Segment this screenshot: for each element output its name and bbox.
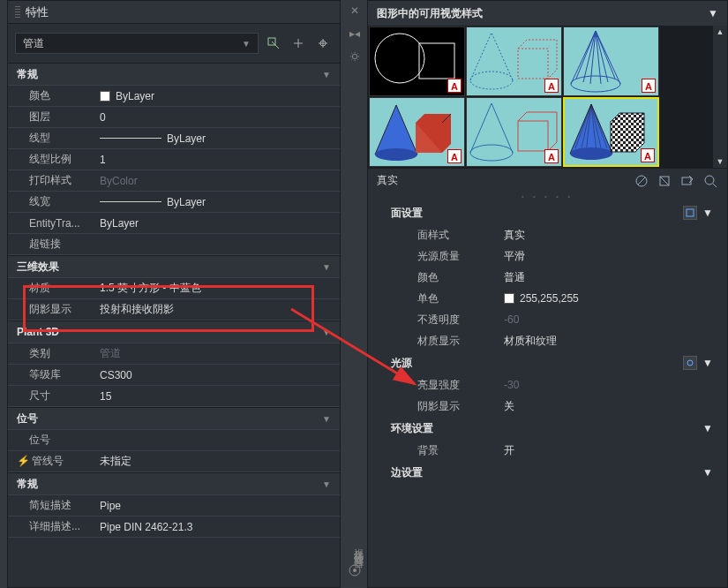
prop-row-spec[interactable]: 等级库 CS300	[8, 365, 340, 386]
thumbnail-scrollbar[interactable]: ▲ ▼	[713, 26, 727, 168]
prop-row-lineweight[interactable]: 线宽 ByLayer	[8, 192, 340, 213]
svg-point-12	[470, 145, 513, 161]
visual-style-thumb[interactable]: A	[369, 97, 465, 167]
line-sample	[100, 138, 161, 139]
chevron-down-icon: ▼	[702, 466, 713, 479]
section-3d-effects[interactable]: 三维效果 ▼	[8, 255, 340, 278]
pick-icon[interactable]	[313, 34, 333, 53]
section-environment[interactable]: 环境设置 ▼	[380, 417, 724, 440]
section-tag[interactable]: 位号 ▼	[8, 407, 340, 430]
section-light[interactable]: 光源 ▼	[380, 351, 724, 374]
color-swatch	[504, 293, 514, 304]
svg-point-18	[570, 147, 612, 160]
prop-row-background[interactable]: 背景 开	[380, 440, 724, 461]
style-name-row: 真实	[368, 168, 727, 192]
chevron-down-icon: ▼	[702, 422, 713, 434]
svg-point-10	[375, 148, 417, 161]
prop-row-material[interactable]: 材质 1.5 英寸方形 - 中蓝色	[8, 278, 340, 299]
properties-panel: 特性 管道 ▼ 常规 ▼ 颜色 ByLayer 图层 0 线型 ByLayer …	[7, 0, 341, 588]
chevron-down-icon: ▼	[322, 262, 331, 272]
prop-row-mono[interactable]: 单色 255,255,255	[380, 288, 724, 309]
new-style-icon[interactable]	[634, 173, 649, 189]
export-style-icon[interactable]	[679, 173, 695, 189]
prop-row-linetype[interactable]: 线型 ByLayer	[8, 128, 340, 149]
chevron-down-icon: ▼	[322, 328, 331, 337]
chevron-down-icon: ▼	[702, 207, 713, 219]
section-plant3d[interactable]: Plant 3D ▼	[8, 320, 340, 343]
separator: • • • • •	[368, 192, 727, 201]
autodesk-badge-icon: A	[642, 79, 656, 93]
svg-point-5	[375, 34, 424, 83]
prop-row-highlight-intensity[interactable]: 亮显强度 -30	[380, 374, 724, 396]
delete-style-icon[interactable]	[702, 173, 718, 189]
prop-row-face-style[interactable]: 面样式 真实	[380, 224, 724, 245]
collapse-icon[interactable]: ▸◂	[348, 26, 362, 41]
chevron-down-icon: ▼	[322, 414, 331, 424]
prop-row-lineno[interactable]: ⚡管线号 未指定	[8, 451, 340, 472]
visual-style-thumb[interactable]: A	[563, 26, 659, 96]
svg-point-25	[687, 360, 693, 366]
visual-style-thumb[interactable]: A	[466, 97, 562, 167]
prop-row-plotstyle[interactable]: 打印样式 ByColor	[8, 170, 340, 192]
color-swatch	[100, 91, 110, 102]
svg-point-4	[353, 569, 356, 572]
prop-row-face-color[interactable]: 颜色 普通	[380, 267, 724, 288]
light-settings-icon[interactable]	[683, 356, 697, 370]
panel-title-bar[interactable]: 特性	[8, 1, 340, 24]
svg-point-7	[470, 72, 513, 89]
svg-rect-24	[687, 209, 694, 216]
scroll-up-icon[interactable]: ▲	[717, 27, 724, 36]
chevron-down-icon: ▼	[702, 357, 713, 369]
manager-icon[interactable]	[348, 563, 362, 577]
prop-row-light-quality[interactable]: 光源质量 平滑	[380, 245, 724, 267]
visual-styles-panel: 图形中的可用视觉样式 ▼ A A A A	[367, 0, 728, 588]
prop-row-shadow-display[interactable]: 阴影显示 关	[380, 396, 724, 417]
prop-row-transparency[interactable]: EntityTra... ByLayer	[8, 213, 340, 234]
prop-row-hyperlink[interactable]: 超链接	[8, 234, 340, 255]
prop-row-size[interactable]: 尺寸 15	[8, 386, 340, 407]
visual-style-thumb-selected[interactable]: A	[563, 97, 659, 167]
prop-row-color[interactable]: 颜色 ByLayer	[8, 86, 340, 107]
autodesk-badge-icon: A	[447, 79, 462, 93]
quick-select-icon[interactable]	[264, 34, 283, 53]
grip-icon	[15, 6, 20, 19]
prop-row-category[interactable]: 类别 管道	[8, 343, 340, 365]
current-style-name: 真实	[377, 173, 398, 188]
face-settings-icon[interactable]	[683, 206, 697, 220]
section-general2[interactable]: 常规 ▼	[8, 472, 340, 495]
section-face[interactable]: 面设置 ▼	[380, 201, 724, 224]
object-selector-row: 管道 ▼	[8, 24, 340, 63]
prop-row-tagno[interactable]: 位号	[8, 430, 340, 451]
visual-style-thumb[interactable]: A	[466, 26, 562, 96]
prop-row-shadow[interactable]: 阴影显示 投射和接收阴影	[8, 299, 340, 320]
close-icon[interactable]: ✕	[348, 4, 362, 18]
side-gutter: ✕ ▸◂ 视觉样式管理器	[342, 0, 367, 588]
prop-row-layer[interactable]: 图层 0	[8, 107, 340, 128]
vertical-label: 视觉样式管理器	[352, 540, 365, 553]
object-type-dropdown[interactable]: 管道 ▼	[15, 33, 259, 54]
panel-title: 特性	[26, 4, 49, 20]
chevron-down-icon[interactable]: ▼	[708, 7, 718, 19]
line-sample	[100, 201, 161, 202]
prop-row-opacity[interactable]: 不透明度 -60	[380, 309, 724, 330]
lightning-icon: ⚡	[17, 455, 30, 467]
chevron-down-icon: ▼	[242, 39, 251, 49]
scroll-down-icon[interactable]: ▼	[717, 157, 724, 166]
apply-style-icon[interactable]	[657, 173, 672, 189]
svg-point-2	[352, 54, 356, 58]
prop-row-ltscale[interactable]: 线型比例 1	[8, 149, 340, 170]
autodesk-badge-icon: A	[447, 149, 462, 163]
svg-rect-22	[682, 177, 691, 185]
visual-style-thumb[interactable]: A	[369, 26, 465, 96]
select-objects-icon[interactable]	[289, 34, 308, 53]
autodesk-badge-icon: A	[544, 149, 559, 163]
section-general[interactable]: 常规 ▼	[8, 63, 340, 86]
prop-row-sdesc[interactable]: 简短描述 Pipe	[8, 495, 340, 516]
prop-row-material-display[interactable]: 材质显示 材质和纹理	[380, 330, 724, 351]
section-edge[interactable]: 边设置 ▼	[380, 461, 724, 484]
prop-row-ldesc[interactable]: 详细描述... Pipe DIN 2462-21.3	[8, 516, 340, 538]
svg-rect-13	[518, 121, 548, 151]
autodesk-badge-icon: A	[544, 79, 559, 93]
gear-icon[interactable]	[348, 49, 362, 64]
dropdown-value: 管道	[23, 36, 44, 51]
